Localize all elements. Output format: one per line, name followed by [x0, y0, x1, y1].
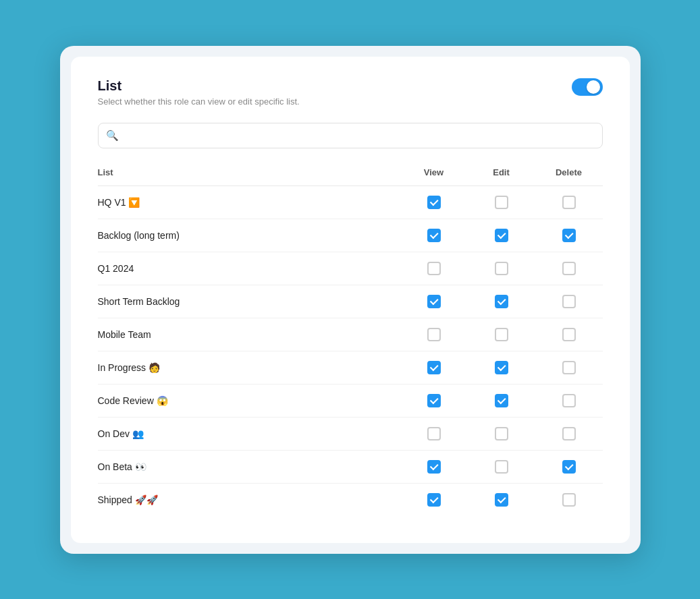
table-row: Shipped 🚀🚀 — [98, 483, 603, 516]
checkbox-delete[interactable] — [562, 229, 576, 242]
checkbox-view[interactable] — [427, 229, 441, 242]
checkbox-delete[interactable] — [562, 196, 576, 209]
list-table: List View Edit Delete HQ V1 🔽Backlog (lo… — [98, 162, 603, 516]
row-view — [400, 285, 468, 318]
checkbox-cell-view — [408, 361, 460, 374]
table-header: List View Edit Delete — [98, 162, 603, 186]
search-icon: 🔍 — [106, 130, 119, 142]
checkbox-delete[interactable] — [562, 295, 576, 308]
table-row: HQ V1 🔽 — [98, 186, 603, 219]
checkbox-edit[interactable] — [495, 460, 508, 474]
table-row: On Beta 👀 — [98, 450, 603, 483]
row-view — [400, 219, 468, 252]
checkbox-delete[interactable] — [562, 328, 576, 341]
checkbox-view[interactable] — [427, 460, 441, 474]
checkbox-cell-delete — [543, 460, 595, 474]
row-delete — [535, 318, 603, 351]
row-delete — [535, 483, 603, 516]
table-row: On Dev 👥 — [98, 417, 603, 450]
table-row: In Progress 🧑 — [98, 351, 603, 384]
table-row: Mobile Team — [98, 318, 603, 351]
checkbox-delete[interactable] — [562, 394, 576, 407]
row-delete — [535, 219, 603, 252]
checkbox-cell-delete — [543, 328, 595, 341]
table-row: Short Term Backlog — [98, 285, 603, 318]
row-edit — [468, 318, 535, 351]
checkbox-view[interactable] — [427, 295, 441, 308]
row-edit — [468, 285, 535, 318]
row-name: Code Review 😱 — [98, 384, 400, 417]
checkbox-edit[interactable] — [495, 328, 508, 341]
checkbox-delete[interactable] — [562, 460, 576, 474]
toggle-switch[interactable] — [572, 78, 603, 96]
checkbox-delete[interactable] — [562, 262, 576, 275]
checkbox-cell-view — [408, 295, 460, 308]
search-input[interactable] — [98, 123, 603, 148]
checkbox-delete[interactable] — [562, 361, 576, 374]
checkbox-cell-edit — [476, 295, 527, 308]
checkbox-view[interactable] — [427, 493, 441, 507]
checkbox-cell-edit — [476, 328, 527, 341]
checkbox-view[interactable] — [427, 394, 441, 407]
row-edit — [468, 351, 535, 384]
checkbox-view[interactable] — [427, 262, 441, 275]
checkbox-edit[interactable] — [495, 493, 508, 507]
row-name: On Dev 👥 — [98, 417, 400, 450]
checkbox-cell-delete — [543, 295, 595, 308]
checkbox-edit[interactable] — [495, 427, 508, 440]
row-name: In Progress 🧑 — [98, 351, 400, 384]
checkbox-view[interactable] — [427, 427, 441, 440]
row-name: Shipped 🚀🚀 — [98, 483, 400, 516]
inner-card: List Select whether this role can view o… — [71, 57, 630, 543]
checkbox-edit[interactable] — [495, 295, 508, 308]
row-delete — [535, 285, 603, 318]
checkbox-edit[interactable] — [495, 394, 508, 407]
checkbox-edit[interactable] — [495, 262, 508, 275]
table-row: Q1 2024 — [98, 252, 603, 285]
row-edit — [468, 219, 535, 252]
row-view — [400, 252, 468, 285]
col-delete: Delete — [535, 162, 603, 186]
row-delete — [535, 186, 603, 219]
checkbox-edit[interactable] — [495, 196, 508, 209]
col-edit: Edit — [468, 162, 535, 186]
row-delete — [535, 450, 603, 483]
row-name: On Beta 👀 — [98, 450, 400, 483]
checkbox-edit[interactable] — [495, 361, 508, 374]
checkbox-cell-edit — [476, 394, 527, 407]
row-edit — [468, 483, 535, 516]
row-name: Short Term Backlog — [98, 285, 400, 318]
row-name: Mobile Team — [98, 318, 400, 351]
page-description: Select whether this role can view or edi… — [98, 96, 300, 107]
checkbox-cell-view — [408, 460, 460, 474]
checkbox-cell-view — [408, 493, 460, 507]
checkbox-view[interactable] — [427, 196, 441, 209]
checkbox-delete[interactable] — [562, 427, 576, 440]
checkbox-view[interactable] — [427, 328, 441, 341]
table-row: Backlog (long term) — [98, 219, 603, 252]
checkbox-cell-view — [408, 328, 460, 341]
row-view — [400, 417, 468, 450]
checkbox-edit[interactable] — [495, 229, 508, 242]
row-edit — [468, 450, 535, 483]
checkbox-cell-view — [408, 196, 460, 209]
table-body: HQ V1 🔽Backlog (long term)Q1 2024Short T… — [98, 186, 603, 516]
checkbox-cell-view — [408, 394, 460, 407]
checkbox-cell-delete — [543, 262, 595, 275]
checkbox-view[interactable] — [427, 361, 441, 374]
checkbox-cell-view — [408, 262, 460, 275]
row-view — [400, 384, 468, 417]
checkbox-cell-edit — [476, 229, 527, 242]
row-edit — [468, 384, 535, 417]
col-list: List — [98, 162, 400, 186]
row-edit — [468, 186, 535, 219]
outer-card: List Select whether this role can view o… — [60, 46, 641, 554]
checkbox-cell-delete — [543, 394, 595, 407]
checkbox-cell-view — [408, 427, 460, 440]
checkbox-delete[interactable] — [562, 493, 576, 507]
row-name: HQ V1 🔽 — [98, 186, 400, 219]
row-name: Backlog (long term) — [98, 219, 400, 252]
row-delete — [535, 417, 603, 450]
checkbox-cell-delete — [543, 361, 595, 374]
row-edit — [468, 417, 535, 450]
